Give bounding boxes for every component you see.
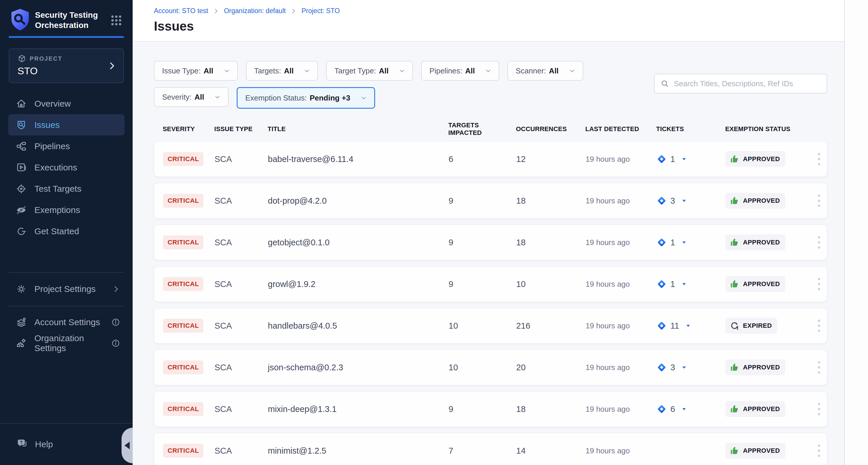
filter-pipelines[interactable]: Pipelines: All [421, 61, 499, 81]
issue-table-row[interactable]: CRITICAL SCA growl@1.9.2 9 10 19 hours a… [154, 266, 827, 302]
sidebar-item-executions[interactable]: Executions [8, 157, 124, 178]
issue-title[interactable]: getobject@0.1.0 [268, 238, 448, 247]
filter-severity[interactable]: Severity: All [154, 87, 228, 107]
sidebar-item-project-settings[interactable]: Project Settings [8, 278, 124, 300]
info-icon[interactable] [111, 338, 120, 348]
issue-title[interactable]: mixin-deep@1.3.1 [268, 404, 448, 414]
kebab-menu-icon[interactable] [816, 152, 822, 167]
collapse-arrow-icon [124, 442, 130, 449]
thumbs-up-icon [730, 154, 740, 164]
home-icon [16, 98, 27, 109]
issue-type-cell: SCA [215, 321, 268, 331]
issue-title[interactable]: growl@1.9.2 [268, 279, 448, 289]
filter-target-type[interactable]: Target Type: All [326, 61, 413, 81]
filter-targets[interactable]: Targets: All [246, 61, 318, 81]
sidebar-divider [9, 306, 124, 306]
help-chat-icon: ? [16, 438, 28, 451]
issue-type-cell: SCA [215, 404, 268, 414]
breadcrumb-account-link[interactable]: Account: STO test [154, 7, 208, 15]
last-detected-cell: 19 hours ago [586, 196, 656, 205]
filter-value: All [379, 66, 389, 75]
tickets-dropdown-caret[interactable] [681, 364, 687, 371]
tickets-dropdown-caret[interactable] [685, 323, 691, 329]
kebab-menu-icon[interactable] [816, 360, 822, 375]
right-gutter [844, 0, 868, 465]
breadcrumb-organization-link[interactable]: Organization: default [224, 7, 286, 15]
occurrences-cell: 18 [516, 404, 586, 414]
sidebar-divider [9, 272, 124, 273]
last-detected-cell: 19 hours ago [586, 155, 656, 164]
issues-workspace: Issue Type: All Targets: All Target Type… [133, 42, 844, 465]
filter-issue-type[interactable]: Issue Type: All [154, 61, 238, 81]
breadcrumb-project-link[interactable]: Project: STO [301, 7, 340, 15]
tickets-dropdown-caret[interactable] [681, 239, 687, 245]
issue-title[interactable]: dot-prop@4.2.0 [268, 196, 448, 206]
issue-table-row[interactable]: CRITICAL SCA minimist@1.2.5 7 14 19 hour… [154, 433, 827, 465]
tickets-dropdown-caret[interactable] [681, 156, 687, 162]
info-icon[interactable] [111, 318, 120, 327]
tickets-dropdown-caret[interactable] [681, 406, 687, 412]
help-button[interactable]: ? Help [0, 438, 53, 451]
filter-exemption-status[interactable]: Exemption Status: Pending +3 [237, 87, 375, 109]
issue-table-row[interactable]: CRITICAL SCA getobject@0.1.0 9 18 19 hou… [154, 225, 827, 260]
issue-table-row[interactable]: CRITICAL SCA json-schema@0.2.3 10 20 19 … [154, 350, 827, 385]
sidebar-item-test-targets[interactable]: Test Targets [8, 178, 124, 199]
row-menu-cell [810, 401, 827, 417]
occurrences-cell: 18 [516, 238, 586, 247]
severity-cell: CRITICAL [163, 235, 215, 250]
org-gear-icon [16, 338, 27, 349]
sidebar-item-issues[interactable]: Issues [8, 114, 124, 135]
app-switcher-grid-icon[interactable] [109, 13, 124, 28]
exemption-status-text: APPROVED [743, 405, 780, 413]
sidebar-collapse-toggle[interactable] [122, 428, 133, 463]
issue-table-row[interactable]: CRITICAL SCA handlebars@4.0.5 10 216 19 … [154, 308, 827, 343]
targets-impacted-cell: 9 [448, 279, 516, 289]
issue-title[interactable]: minimist@1.2.5 [268, 446, 448, 456]
tickets-dropdown-caret[interactable] [681, 198, 687, 204]
project-selector[interactable]: PROJECT STO [9, 48, 124, 83]
kebab-menu-icon[interactable] [816, 276, 822, 292]
exemption-status-cell: APPROVED [725, 151, 810, 167]
filter-scanner[interactable]: Scanner: All [507, 61, 583, 81]
sidebar-item-account-settings[interactable]: Account Settings [8, 312, 124, 333]
kebab-menu-icon[interactable] [816, 235, 822, 250]
kebab-menu-icon[interactable] [816, 318, 822, 333]
search-input[interactable] [674, 79, 821, 88]
sidebar-item-exemptions[interactable]: Exemptions [8, 199, 124, 221]
issue-table-row[interactable]: CRITICAL SCA mixin-deep@1.3.1 9 18 19 ho… [154, 391, 827, 427]
exemption-status-badge: APPROVED [725, 360, 785, 375]
kebab-menu-icon[interactable] [816, 443, 822, 458]
sidebar-item-get-started[interactable]: Get Started [8, 221, 124, 242]
sidebar-item-overview[interactable]: Overview [8, 93, 124, 114]
kebab-menu-icon[interactable] [816, 193, 822, 208]
targets-impacted-cell: 6 [448, 155, 516, 164]
sidebar-item-pipelines[interactable]: Pipelines [8, 135, 124, 157]
sidebar-item-organization-settings[interactable]: Organization Settings [8, 333, 124, 354]
severity-cell: CRITICAL [163, 152, 215, 166]
issue-title[interactable]: json-schema@0.2.3 [268, 363, 448, 372]
page-title: Issues [154, 19, 844, 34]
filter-value: All [465, 66, 475, 75]
exemption-status-cell: APPROVED [725, 443, 810, 459]
issue-title[interactable]: babel-traverse@6.11.4 [268, 155, 448, 164]
jira-ticket-icon [656, 362, 667, 373]
severity-badge: CRITICAL [163, 235, 204, 250]
issue-title[interactable]: handlebars@4.0.5 [268, 321, 448, 331]
row-menu-cell [810, 360, 827, 375]
ticket-count: 1 [671, 238, 675, 247]
sidebar-item-label: Overview [34, 99, 71, 109]
issue-type-cell: SCA [215, 446, 268, 456]
tickets-cell: 1 [656, 154, 725, 164]
tickets-dropdown-caret[interactable] [681, 281, 687, 287]
severity-cell: CRITICAL [163, 360, 215, 374]
breadcrumb: Account: STO test Organization: default … [154, 7, 844, 15]
issue-type-cell: SCA [215, 279, 268, 289]
exemption-status-badge: APPROVED [725, 401, 785, 417]
issue-table-row[interactable]: CRITICAL SCA dot-prop@4.2.0 9 18 19 hour… [154, 183, 827, 219]
kebab-menu-icon[interactable] [816, 401, 822, 417]
targets-impacted-cell: 9 [448, 238, 516, 247]
app-window: Security Testing Orchestration PROJECT S… [0, 0, 868, 465]
occurrences-cell: 216 [516, 321, 586, 331]
issue-table-row[interactable]: CRITICAL SCA babel-traverse@6.11.4 6 12 … [154, 141, 827, 177]
sidebar-item-label: Test Targets [34, 184, 81, 194]
